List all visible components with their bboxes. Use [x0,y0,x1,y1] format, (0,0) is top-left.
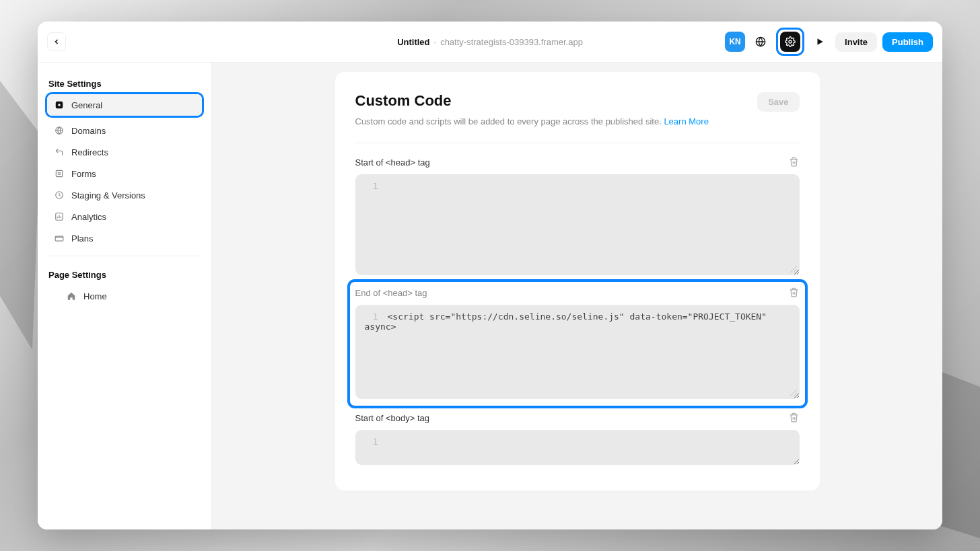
code-editor[interactable]: 1<script src="https://cdn.seline.so/seli… [355,305,800,399]
save-button[interactable]: Save [757,92,799,112]
code-section-start-body: Start of <body> tag 1 [355,412,800,465]
globe-icon [54,125,65,136]
learn-more-link[interactable]: Learn More [664,116,708,126]
custom-code-panel: Custom Code Custom code and scripts will… [335,72,820,490]
sidebar-item-general-highlight: General [45,92,204,118]
home-icon [66,291,77,301]
code-section-end-head-highlight: End of <head> tag 1<script src="https://… [347,279,808,408]
line-number: 1 [365,181,378,191]
user-avatar[interactable]: KN [725,32,745,52]
invite-button[interactable]: Invite [835,32,877,52]
sidebar-item-label: Home [83,291,107,301]
code-editor[interactable]: 1 [355,430,800,465]
sidebar-item-label: Domains [71,126,106,136]
settings-button-highlight [776,28,804,56]
app-window: Untitled · chatty-strategists-039393.fra… [38,22,942,529]
general-icon [54,100,65,110]
title-separator: · [434,37,437,47]
forms-icon [54,168,65,179]
sidebar-item-label: Analytics [71,212,106,222]
sidebar-item-label: Forms [71,169,96,179]
play-button[interactable] [810,32,830,52]
svg-line-19 [794,269,797,272]
globe-button[interactable] [750,32,771,52]
project-title-area: Untitled · chatty-strategists-039393.fra… [397,37,583,47]
svg-rect-16 [55,236,63,241]
svg-line-18 [790,266,797,272]
svg-line-21 [794,393,797,396]
site-settings-heading: Site Settings [38,72,211,94]
sidebar-item-label: Plans [71,233,94,244]
sidebar: Site Settings General Domains Redirects [38,63,212,529]
sidebar-item-label: Staging & Versions [71,190,145,200]
top-actions: KN Invite Publish [725,28,933,56]
delete-button[interactable] [789,157,800,168]
globe-icon [755,36,766,47]
code-section-label: Start of <body> tag [355,413,430,423]
trash-icon [789,157,799,167]
sidebar-item-label: General [71,100,102,110]
trash-icon [789,412,799,423]
delete-button[interactable] [789,287,800,298]
sidebar-item-analytics[interactable]: Analytics [47,206,202,227]
sidebar-item-general[interactable]: General [47,94,202,116]
back-button[interactable] [47,32,66,51]
chevron-left-icon [53,38,61,46]
sidebar-item-label: Redirects [71,147,108,157]
code-editor[interactable]: 1 [355,174,800,275]
clock-icon [54,190,65,200]
plans-icon [54,233,65,244]
sidebar-item-forms[interactable]: Forms [47,163,202,184]
line-number: 1 [365,437,378,447]
sidebar-item-redirects[interactable]: Redirects [47,141,202,163]
sidebar-item-domains[interactable]: Domains [47,120,202,141]
code-section-start-head: Start of <head> tag 1 [355,157,800,275]
panel-subtitle: Custom code and scripts will be added to… [355,116,709,126]
app-body: Site Settings General Domains Redirects [38,63,942,529]
panel-subtitle-text: Custom code and scripts will be added to… [355,116,662,126]
publish-button[interactable]: Publish [882,32,933,52]
play-icon [815,37,825,46]
svg-point-2 [789,40,792,43]
analytics-icon [54,211,65,222]
code-content: <script src="https://cdn.seline.so/selin… [365,311,767,332]
code-section-label: Start of <head> tag [355,157,430,168]
redirect-icon [54,147,65,157]
trash-icon [789,287,799,297]
svg-point-5 [58,104,61,106]
sidebar-item-home[interactable]: Home [47,285,202,307]
svg-rect-8 [56,170,62,176]
sidebar-item-staging[interactable]: Staging & Versions [47,184,202,206]
svg-line-20 [790,390,797,396]
resize-handle-icon[interactable] [790,390,797,396]
panel-head: Custom Code Custom code and scripts will… [355,92,800,126]
settings-button[interactable] [780,32,800,52]
top-bar: Untitled · chatty-strategists-039393.fra… [38,22,942,63]
line-number: 1 [365,311,378,322]
page-settings-heading: Page Settings [38,263,211,285]
page-side-list: Home [38,285,211,307]
panel-title: Custom Code [355,92,709,110]
code-section-end-head: End of <head> tag 1<script src="https://… [355,287,800,399]
project-domain: chatty-strategists-039393.framer.app [440,37,583,47]
project-name: Untitled [397,37,429,47]
svg-marker-3 [818,38,823,44]
resize-handle-icon[interactable] [790,266,797,272]
delete-button[interactable] [789,412,800,423]
code-section-label: End of <head> tag [355,288,427,298]
sidebar-divider [48,256,201,256]
sidebar-item-plans[interactable]: Plans [47,227,202,249]
gear-icon [785,36,796,47]
panel-divider [355,143,800,143]
main-content: Custom Code Custom code and scripts will… [212,63,942,529]
side-list: Domains Redirects Forms Staging & Versio… [38,120,211,249]
